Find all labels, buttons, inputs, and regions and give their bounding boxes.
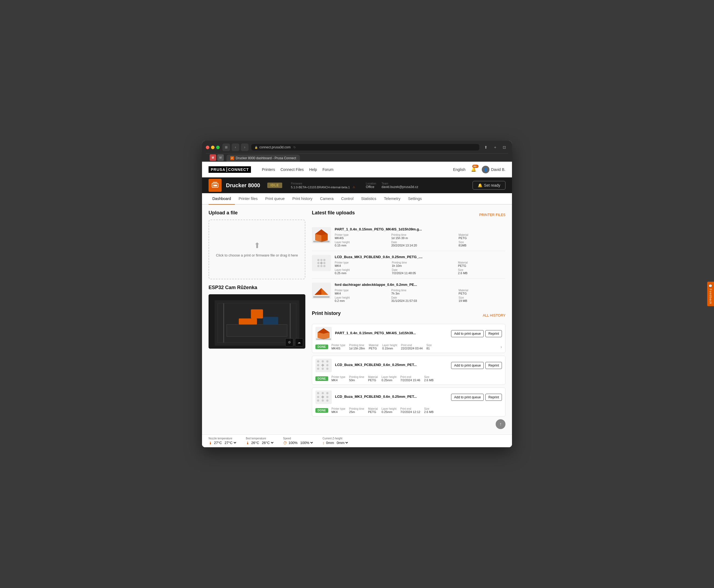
history-item-3: LCD_Buza_MK3_PCBLEND_0.6n_0.25mm_PET... …	[312, 387, 506, 417]
history-meta-2: Printer type MK4 Printing time 50m Mater…	[331, 376, 502, 382]
h-size-value-1: 81	[426, 347, 431, 350]
tab-camera[interactable]: Camera	[316, 193, 338, 205]
history-actions-2: Add to print queue Reprint	[451, 362, 502, 369]
printer-files-link[interactable]: PRINTER FILES	[479, 213, 506, 217]
history-item-1-header: PART_1_0.4n_0.15mm_PETG_MK4IS_1d15h39...…	[312, 324, 505, 342]
file-name-3: ford dachtrager abdeckklappe_0.6n_0.2mm_…	[335, 282, 506, 287]
reload-icon[interactable]: ↻	[293, 146, 296, 149]
upload-area[interactable]: ⬆ Click to choose a print or firmware fi…	[208, 219, 305, 279]
nav-connect-files[interactable]: Connect Files	[280, 167, 304, 172]
camera-upload-button[interactable]: ☁	[295, 338, 303, 346]
notifications-button[interactable]: 🔔 99+	[469, 165, 478, 174]
footer-bar: Nozzle temperature 🌡 27°C 27°C Bed tempe…	[202, 435, 512, 447]
tab-telemetry[interactable]: Telemetry	[380, 193, 404, 205]
camera-settings-button[interactable]: ⚙	[285, 338, 293, 346]
gmail-icon-2[interactable]: M	[217, 154, 224, 161]
history-details-2: DONE Printer type MK4 Printing time 50m	[312, 374, 505, 384]
size-label-3: Size	[459, 296, 506, 299]
printing-time-label-1: Printing time	[391, 233, 454, 236]
file-uploads-title: Latest file uploads	[312, 210, 355, 216]
active-browser-tab[interactable]: Drucker 8000 dashboard - Prusa Connect	[226, 154, 300, 162]
close-window-button[interactable]	[206, 146, 209, 149]
upload-arrow-icon: ⬆	[254, 241, 260, 250]
file-thumb-1	[312, 227, 331, 244]
file-placeholder-2	[316, 257, 327, 269]
right-panel: Latest file uploads PRINTER FILES	[312, 210, 506, 429]
tab-print-history[interactable]: Print history	[288, 193, 316, 205]
minimize-window-button[interactable]	[211, 146, 215, 149]
file-name-2: LCD_Buza_MK3_PCBLEND_0.6n_0.25mm_PETG_..…	[335, 255, 506, 259]
add-to-queue-button-3[interactable]: Add to print queue	[451, 394, 484, 401]
history-model-svg-1	[315, 327, 332, 340]
printer-type-label-3: Printer type	[335, 289, 387, 292]
material-value-3: PETG	[459, 292, 506, 295]
tab-dashboard[interactable]: Dashboard	[208, 193, 235, 205]
gmail-icon-1[interactable]: M	[210, 154, 216, 161]
top-navigation: PRUSACONNECT Printers Connect Files Help…	[202, 162, 512, 177]
history-thumb-3	[315, 391, 332, 404]
z-height-select[interactable]: 0mm	[335, 440, 349, 445]
printing-time-value-2: 1h 10m	[392, 264, 454, 267]
history-info-1: PART_1_0.4n_0.15mm_PETG_MK4IS_1d15h39...	[335, 331, 448, 337]
all-history-link[interactable]: ALL HISTORY	[483, 313, 506, 317]
forward-button[interactable]: ›	[241, 144, 248, 151]
nav-printers[interactable]: Printers	[262, 167, 275, 172]
left-panel: Upload a file ⬆ Click to choose a print …	[208, 210, 312, 429]
svg-point-3	[213, 185, 214, 186]
nozzle-temp-select[interactable]: 27°C	[224, 440, 237, 445]
printer-type-label-2: Printer type	[335, 261, 387, 264]
printing-time-value-1: 1d 15h 39 m	[391, 236, 454, 240]
traffic-lights	[206, 146, 220, 149]
add-to-queue-button-2[interactable]: Add to print queue	[451, 362, 484, 369]
model-thumb-svg-3	[312, 282, 331, 299]
h-material-label-3: Material	[368, 407, 378, 410]
reprint-button-2[interactable]: Reprint	[485, 362, 502, 369]
set-ready-button[interactable]: 🔔 Set ready	[473, 181, 506, 190]
material-label-2: Material	[458, 261, 506, 264]
tab-print-queue[interactable]: Print queue	[262, 193, 289, 205]
tab-control[interactable]: Control	[338, 193, 357, 205]
share-button[interactable]: ⬆	[482, 144, 490, 151]
nozzle-temperature-control: Nozzle temperature 🌡 27°C 27°C	[208, 437, 237, 445]
user-menu-button[interactable]: 👤 David B.	[482, 166, 506, 173]
history-placeholder-2	[315, 359, 332, 372]
tab-overview-button[interactable]: ⊡	[501, 144, 508, 151]
tab-statistics[interactable]: Statistics	[357, 193, 380, 205]
camera-section: ESP32 Cam Růženka	[208, 285, 305, 349]
h-print-end-label-3: Print end	[400, 407, 420, 410]
tab-settings[interactable]: Settings	[404, 193, 426, 205]
speed-select[interactable]: 100%	[299, 440, 314, 445]
history-chevron-1[interactable]: ›	[501, 344, 502, 350]
add-to-queue-button-1[interactable]: Add to print queue	[451, 330, 484, 337]
reprint-button-1[interactable]: Reprint	[485, 330, 502, 337]
svg-rect-14	[239, 318, 257, 324]
address-bar[interactable]: 🔒 connect.prusa3d.com ↻	[251, 144, 480, 150]
new-tab-button[interactable]: +	[491, 144, 499, 151]
maximize-window-button[interactable]	[216, 146, 220, 149]
file-info-1: PART_1_0.4n_0.15mm_PETG_MK4IS_1d15h39m.g…	[335, 227, 506, 247]
layer-height-label-3: Layer height	[335, 296, 387, 299]
h-print-end-value-1: 22/2/2024 03:44	[401, 347, 423, 350]
file-name-1: PART_1_0.4n_0.15mm_PETG_MK4IS_1d15h39m.g…	[335, 227, 506, 231]
reprint-button-3[interactable]: Reprint	[485, 394, 502, 401]
tab-printer-files[interactable]: Printer files	[235, 193, 262, 205]
history-placeholder-3	[315, 391, 332, 404]
printer-type-value-2: MK4	[335, 264, 387, 267]
bed-temp-value: 26°C	[251, 441, 259, 445]
nav-forum[interactable]: Forum	[323, 167, 333, 172]
bed-temp-select[interactable]: 26°C	[261, 440, 274, 445]
location-value: Office	[366, 185, 376, 189]
team-value: david.buzek@prusa3d.cz	[382, 185, 418, 189]
h-printing-time-value-3: 25m	[349, 410, 364, 414]
history-info-2: LCD_Buza_MK3_PCBLEND_0.6n_0.25mm_PET...	[335, 363, 448, 369]
h-printer-type-value-3: MK4	[331, 410, 345, 414]
back-button[interactable]: ‹	[232, 144, 239, 151]
sidebar-toggle-button[interactable]: ⊞	[222, 144, 230, 151]
file-thumb-3	[312, 282, 331, 299]
history-actions-3: Add to print queue Reprint	[451, 394, 502, 401]
notifications-badge: 99+	[472, 165, 478, 168]
printer-header: Drucker 8000 IDLE Firmware 5.1.0-BETA+13…	[202, 177, 512, 193]
scroll-to-top-button[interactable]: ↑	[496, 419, 506, 429]
nav-help[interactable]: Help	[309, 167, 317, 172]
language-selector[interactable]: English	[453, 167, 466, 172]
